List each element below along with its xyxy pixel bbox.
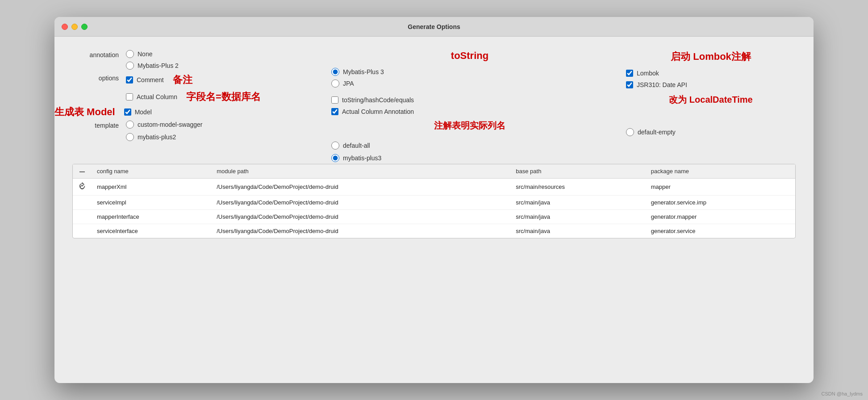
annotation-row: annotation None Mybatis-Plus 2 bbox=[72, 50, 305, 70]
cell-config-name-0: mapperXml bbox=[92, 179, 211, 196]
annotation-label: annotation bbox=[72, 50, 126, 58]
checkbox-actual-column-annotation-input[interactable] bbox=[331, 108, 338, 115]
radio-none[interactable]: None bbox=[126, 50, 152, 58]
annotation-row-1: None bbox=[126, 50, 179, 58]
cell-package-name-0: mapper bbox=[646, 179, 795, 196]
cell-base-path-3: src/main/java bbox=[510, 224, 645, 238]
center-section: toString Mybatis-Plus 3 JPA bbox=[305, 50, 608, 162]
cell-base-path-0: src/main/resources bbox=[510, 179, 645, 196]
center-col-inner: Mybatis-Plus 3 JPA toString/hashCode/equ… bbox=[331, 65, 608, 162]
table-row-0[interactable]: mapperXml /Users/liyangda/Code/DemoProje… bbox=[73, 179, 795, 196]
config-table: config name module path base path packag… bbox=[73, 164, 795, 238]
checkbox-comment-label: Comment bbox=[137, 76, 164, 83]
checkbox-lombok[interactable]: Lombok bbox=[626, 70, 796, 77]
checkbox-model-input[interactable] bbox=[124, 108, 131, 116]
checkbox-tostring-hashcode[interactable]: toString/hashCode/equals bbox=[331, 96, 608, 104]
checkbox-comment-input[interactable] bbox=[126, 76, 133, 83]
main-window: Generate Options annotation None bbox=[54, 17, 814, 383]
options-controls: Comment 备注 Actual Column 字段名=数据库名 bbox=[126, 73, 261, 117]
radio-custom-model-swagger-label: custom-model-swagger bbox=[138, 121, 203, 128]
actual-column-note: 字段名=数据库名 bbox=[186, 90, 261, 104]
options-row: options Comment 备注 Actual bbox=[72, 73, 305, 117]
radio-mybatis-plus2-input[interactable] bbox=[126, 133, 134, 141]
checkbox-tostring-hashcode-input[interactable] bbox=[331, 96, 338, 104]
checkbox-actual-column-input[interactable] bbox=[126, 93, 133, 100]
minus-icon bbox=[79, 171, 85, 172]
annotation-controls: None Mybatis-Plus 2 bbox=[126, 50, 179, 70]
cell-config-name-3: serviceInterface bbox=[92, 224, 211, 238]
radio-custom-model-swagger[interactable]: custom-model-swagger bbox=[126, 121, 203, 129]
actual-column-annotation-row: Actual Column Annotation bbox=[331, 108, 608, 115]
table-header: config name module path base path packag… bbox=[73, 164, 795, 179]
options-row-3: 生成表 Model Model bbox=[126, 107, 261, 117]
lombok-heading: 启动 Lombok注解 bbox=[626, 50, 796, 63]
close-button[interactable] bbox=[62, 24, 68, 30]
checkbox-jsr310-input[interactable] bbox=[626, 81, 633, 88]
radio-default-all-input[interactable] bbox=[331, 142, 339, 150]
cell-package-name-1: generator.service.imp bbox=[646, 196, 795, 210]
checkbox-jsr310[interactable]: JSR310: Date API bbox=[626, 81, 796, 88]
checkbox-model[interactable]: Model bbox=[124, 108, 152, 116]
radio-none-input[interactable] bbox=[126, 50, 134, 58]
template-label: template bbox=[72, 121, 126, 129]
radio-mybatis-plus-3[interactable]: Mybatis-Plus 3 bbox=[331, 68, 608, 76]
checkbox-actual-column-annotation[interactable]: Actual Column Annotation bbox=[331, 108, 414, 115]
col-config-name: config name bbox=[92, 164, 211, 179]
comment-note: 备注 bbox=[173, 73, 192, 87]
checkbox-actual-column-annotation-label: Actual Column Annotation bbox=[342, 108, 414, 115]
titlebar: Generate Options bbox=[54, 17, 814, 37]
radio-mybatis-plus-2-input[interactable] bbox=[126, 62, 134, 70]
cell-module-path-2: /Users/liyangda/Code/DemoProject/demo-dr… bbox=[211, 210, 510, 224]
window-title: Generate Options bbox=[408, 23, 460, 30]
radio-jpa-label: JPA bbox=[343, 80, 354, 87]
radio-default-empty-input[interactable] bbox=[626, 128, 634, 136]
radio-mybatis-plus3-label: mybatis-plus3 bbox=[343, 154, 381, 162]
radio-default-empty[interactable]: default-empty bbox=[626, 128, 796, 136]
radio-default-all[interactable]: default-all bbox=[331, 142, 608, 150]
table-row-2[interactable]: mapperInterface /Users/liyangda/Code/Dem… bbox=[73, 210, 795, 224]
checkbox-lombok-input[interactable] bbox=[626, 70, 633, 77]
radio-mybatis-plus-3-input[interactable] bbox=[331, 68, 339, 76]
options-row-1: Comment 备注 bbox=[126, 73, 261, 87]
col-icon bbox=[73, 164, 92, 179]
radio-none-label: None bbox=[138, 50, 152, 58]
radio-mybatis-plus3[interactable]: mybatis-plus3 bbox=[331, 154, 608, 162]
radio-mybatis-plus-2[interactable]: Mybatis-Plus 2 bbox=[126, 62, 179, 70]
checkbox-comment[interactable]: Comment bbox=[126, 76, 164, 83]
table-row-1[interactable]: serviceImpl /Users/liyangda/Code/DemoPro… bbox=[73, 196, 795, 210]
cell-config-name-2: mapperInterface bbox=[92, 210, 211, 224]
right-section: 启动 Lombok注解 Lombok JSR310: Date API 改为 L… bbox=[608, 50, 796, 162]
minimize-button[interactable] bbox=[71, 24, 78, 30]
left-section: annotation None Mybatis-Plus 2 bbox=[72, 50, 305, 162]
checkbox-tostring-hashcode-label: toString/hashCode/equals bbox=[342, 96, 414, 104]
radio-jpa[interactable]: JPA bbox=[331, 79, 608, 88]
config-table-wrapper: config name module path base path packag… bbox=[72, 164, 796, 238]
checkbox-actual-column[interactable]: Actual Column bbox=[126, 93, 177, 100]
right-col-inner: Lombok JSR310: Date API 改为 LocalDateTime… bbox=[626, 67, 796, 136]
radio-mybatis-plus2[interactable]: mybatis-plus2 bbox=[126, 133, 203, 141]
col-base-path: base path bbox=[510, 164, 645, 179]
radio-mybatis-plus-2-label: Mybatis-Plus 2 bbox=[138, 62, 179, 69]
radio-jpa-input[interactable] bbox=[331, 79, 339, 88]
cell-icon-0 bbox=[73, 179, 92, 196]
refresh-icon bbox=[78, 182, 86, 190]
checkbox-jsr310-label: JSR310: Date API bbox=[637, 81, 687, 88]
cell-module-path-0: /Users/liyangda/Code/DemoProject/demo-dr… bbox=[211, 179, 510, 196]
cell-icon-2 bbox=[73, 210, 92, 224]
cell-icon-3 bbox=[73, 224, 92, 238]
annotation-row-2: Mybatis-Plus 2 bbox=[126, 62, 179, 70]
table-row-3[interactable]: serviceInterface /Users/liyangda/Code/De… bbox=[73, 224, 795, 238]
cell-package-name-2: generator.mapper bbox=[646, 210, 795, 224]
radio-mybatis-plus3-input[interactable] bbox=[331, 154, 339, 162]
options-row-2: Actual Column 字段名=数据库名 bbox=[126, 90, 261, 104]
content-area: annotation None Mybatis-Plus 2 bbox=[54, 37, 814, 383]
radio-default-empty-label: default-empty bbox=[638, 129, 676, 136]
top-form-area: annotation None Mybatis-Plus 2 bbox=[72, 50, 796, 162]
radio-mybatis-plus-3-label: Mybatis-Plus 3 bbox=[343, 68, 384, 75]
template-center-options: default-all mybatis-plus3 bbox=[331, 142, 608, 162]
maximize-button[interactable] bbox=[81, 24, 88, 30]
table-header-row: config name module path base path packag… bbox=[73, 164, 795, 179]
checkbox-actual-column-label: Actual Column bbox=[137, 93, 177, 100]
cell-package-name-3: generator.service bbox=[646, 224, 795, 238]
radio-custom-model-swagger-input[interactable] bbox=[126, 121, 134, 129]
